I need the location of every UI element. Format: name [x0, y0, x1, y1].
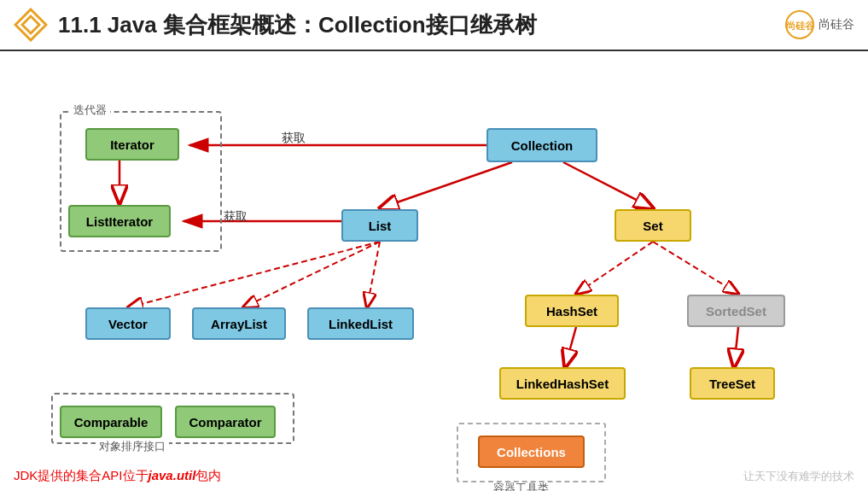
node-collection: Collection	[486, 128, 597, 162]
brand: 尚硅谷 尚硅谷	[784, 9, 854, 40]
node-hashset: HashSet	[525, 295, 619, 327]
node-arraylist: ArrayList	[192, 307, 286, 340]
footer-text: JDK提供的集合API位于	[14, 468, 149, 482]
collections-box	[457, 423, 606, 482]
header: 11.1 Java 集合框架概述：Collection接口继承树 尚硅谷 尚硅谷	[0, 0, 868, 51]
node-vector: Vector	[85, 307, 171, 340]
node-comparable: Comparable	[60, 406, 162, 438]
container-label: 容器工具类	[493, 481, 549, 491]
footer-bold: java.util	[149, 468, 196, 482]
node-list: List	[341, 209, 418, 242]
iterator-box-label: 迭代器	[70, 102, 110, 118]
node-linkedlist: LinkedList	[307, 307, 414, 340]
footer-end: 包内	[195, 468, 221, 482]
svg-line-14	[367, 242, 380, 307]
svg-line-9	[380, 162, 512, 208]
svg-text:尚硅谷: 尚硅谷	[786, 20, 815, 31]
node-comparator: Comparator	[175, 406, 276, 438]
node-linkedhashset: LinkedHashSet	[499, 367, 626, 400]
brand-icon: 尚硅谷	[784, 9, 815, 40]
node-iterator: Iterator	[85, 128, 179, 161]
footer-right: 让天下没有难学的技术	[743, 469, 854, 484]
svg-line-15	[576, 242, 653, 294]
node-set: Set	[615, 209, 691, 242]
node-treeset: TreeSet	[690, 367, 775, 400]
sort-box-label: 对象排序接口	[96, 439, 169, 454]
svg-line-18	[734, 327, 738, 367]
diagram: 迭代器 对象排序接口 获取 获取 Collection List Set Ite…	[0, 51, 868, 491]
get-label-2: 获取	[224, 209, 248, 225]
svg-line-16	[653, 242, 738, 294]
svg-line-17	[565, 327, 576, 367]
brand-name: 尚硅谷	[818, 17, 854, 32]
svg-line-10	[563, 162, 653, 208]
node-listiterator: ListIterator	[68, 205, 171, 237]
footer: JDK提供的集合API位于java.util包内	[14, 468, 221, 484]
node-sortedset: SortedSet	[687, 295, 785, 327]
get-label-1: 获取	[282, 131, 306, 146]
logo-icon	[14, 8, 48, 42]
svg-line-13	[243, 242, 380, 307]
page-title: 11.1 Java 集合框架概述：Collection接口继承树	[58, 10, 784, 40]
